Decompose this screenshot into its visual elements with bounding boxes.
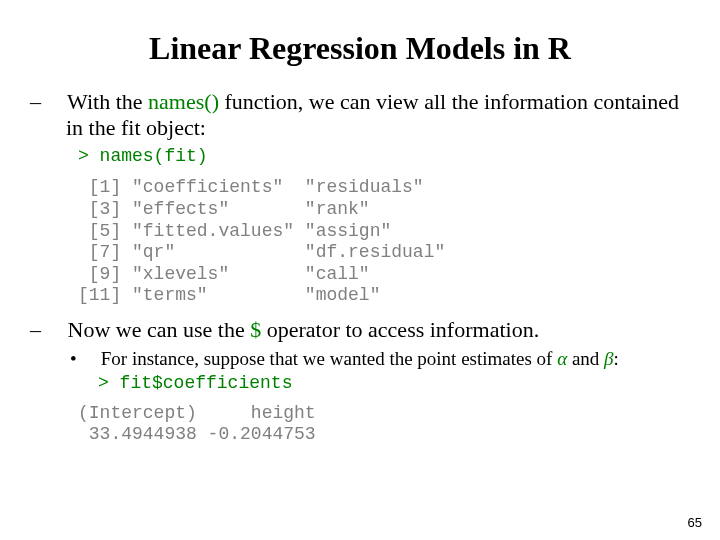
- code-names-call: > names(fit): [78, 146, 680, 168]
- bullet2-op: $: [250, 317, 261, 342]
- dash-icon: –: [48, 89, 62, 115]
- page-number: 65: [688, 515, 702, 530]
- bullet-point-estimates: • For instance, suppose that we wanted t…: [40, 347, 680, 371]
- bullet3-pre: For instance, suppose that we wanted the…: [101, 348, 557, 369]
- bullet-dot-icon: •: [84, 347, 96, 371]
- dash-icon: –: [48, 317, 62, 343]
- bullet-dollar-op: – Now we can use the $ operator to acces…: [40, 317, 680, 343]
- bullet-names-fn: – With the names() function, we can view…: [40, 89, 680, 142]
- bullet1-fn: names(): [148, 89, 219, 114]
- bullet3-beta: β: [604, 348, 613, 369]
- code-names-output: [1] "coefficients" "residuals" [3] "effe…: [78, 177, 680, 307]
- bullet2-text-pre: Now we can use the: [68, 317, 251, 342]
- bullet3-mid: and: [567, 348, 604, 369]
- code-coef-output: (Intercept) height 33.4944938 -0.2044753: [78, 403, 680, 446]
- bullet3-post: :: [614, 348, 619, 369]
- bullet3-alpha: α: [557, 348, 567, 369]
- page-title: Linear Regression Models in R: [40, 30, 680, 67]
- bullet1-text-pre: With the: [67, 89, 148, 114]
- code-coef-call: > fit$coefficients: [98, 373, 680, 395]
- bullet2-text-post: operator to access information.: [261, 317, 539, 342]
